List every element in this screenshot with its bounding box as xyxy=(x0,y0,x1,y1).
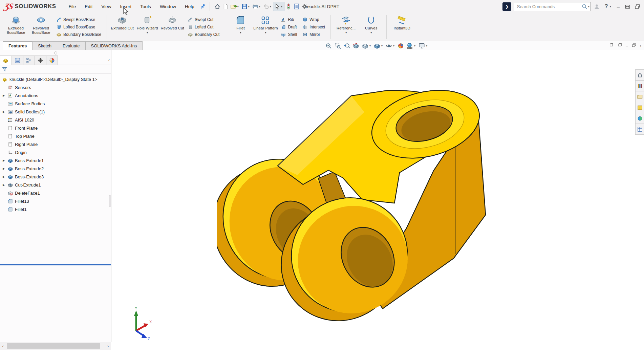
open-button[interactable]: ▾ xyxy=(230,2,240,11)
taskpane-sw-resources-button[interactable] xyxy=(635,69,644,81)
tab-features[interactable]: Features xyxy=(3,41,33,50)
doc-cascade-button[interactable] xyxy=(631,43,637,49)
open-dropdown-icon[interactable]: ▾ xyxy=(237,5,240,8)
panel-tab-configurationmanager[interactable] xyxy=(23,56,35,65)
tree-filter-bar[interactable] xyxy=(0,65,111,74)
wrap-button[interactable]: Wrap xyxy=(301,16,326,23)
tree-item-boss-extrude2[interactable]: ▶Boss-Extrude2 xyxy=(0,165,111,173)
expand-arrow-icon[interactable]: ▶ xyxy=(0,167,7,170)
view-orientation-button[interactable]: ▾ xyxy=(361,42,372,50)
tree-item-boss-extrude1[interactable]: ▶Boss-Extrude1 xyxy=(0,156,111,165)
search-commands-input[interactable] xyxy=(514,4,581,9)
intersect-button[interactable]: Intersect xyxy=(301,24,326,30)
reference-geometry-dropdown-icon[interactable]: ▾ xyxy=(345,31,347,34)
display-style-button[interactable]: ▾ xyxy=(373,42,384,50)
options-dropdown-icon[interactable]: ▾ xyxy=(308,5,311,8)
tree-item-knuckle[interactable]: knuckle (Default<<Default>_Display State… xyxy=(0,75,111,83)
taskpane-design-library-button[interactable] xyxy=(635,80,644,91)
print-button[interactable]: ▾ xyxy=(251,2,262,11)
zoom-to-fit-button[interactable] xyxy=(324,42,333,50)
taskpane-custom-properties-button[interactable] xyxy=(635,124,644,135)
taskpane-appearances-scenes-button[interactable] xyxy=(635,113,644,124)
taskpane-view-palette-button[interactable] xyxy=(635,102,644,113)
menu-window[interactable]: Window xyxy=(155,0,180,13)
hide-show-items-dropdown-icon[interactable]: ▾ xyxy=(392,44,395,47)
tree-item-origin[interactable]: Origin xyxy=(0,148,111,156)
tree-item-top[interactable]: Top Plane xyxy=(0,132,111,140)
panel-flyout-icon[interactable]: › xyxy=(108,57,110,62)
tree-item-fillet1[interactable]: Fillet1 xyxy=(0,205,111,213)
lofted-cut-button[interactable]: Lofted Cut xyxy=(186,24,221,30)
tree-item-front[interactable]: Front Plane xyxy=(0,124,111,132)
linear-pattern-dropdown-icon[interactable]: ▾ xyxy=(265,31,266,34)
expand-arrow-icon[interactable]: ▶ xyxy=(0,94,7,97)
apply-scene-button[interactable]: ▾ xyxy=(406,42,417,50)
panel-edge-handle[interactable] xyxy=(109,195,111,207)
zoom-to-area-button[interactable] xyxy=(334,42,342,50)
expand-arrow-icon[interactable]: ▶ xyxy=(0,175,7,178)
tree-item-solid[interactable]: ▶Solid Bodies(1) xyxy=(0,108,111,116)
tree-item-aisi[interactable]: AISI 1020 xyxy=(0,116,111,124)
menu-file[interactable]: File xyxy=(64,0,81,13)
fillet-dropdown-icon[interactable]: ▾ xyxy=(240,31,241,34)
select-button[interactable]: ▾ xyxy=(273,2,284,11)
tab-evaluate[interactable]: Evaluate xyxy=(57,41,86,50)
panel-tab-displaymanager[interactable] xyxy=(46,56,58,65)
resize-button[interactable] xyxy=(624,3,631,10)
expand-arrow-icon[interactable]: ▶ xyxy=(0,159,7,162)
search-icon[interactable] xyxy=(581,3,588,10)
search-dropdown-icon[interactable]: ▾ xyxy=(588,5,591,8)
undo-dropdown-icon[interactable]: ▾ xyxy=(270,5,272,8)
doc-more-button[interactable]: › xyxy=(640,43,641,49)
search-logo-icon[interactable]: ❯ xyxy=(502,2,511,11)
doc-restore-button[interactable] xyxy=(609,43,614,49)
select-dropdown-icon[interactable]: ▾ xyxy=(281,5,283,8)
revolved-cut-button[interactable]: Revolved Cut xyxy=(160,14,185,40)
shell-button[interactable]: Shell xyxy=(279,31,298,38)
rebuild-button[interactable] xyxy=(284,2,293,11)
swept-cut-button[interactable]: Swept Cut xyxy=(186,16,221,23)
tree-item-annotations[interactable]: ▶AAnnotations xyxy=(0,91,111,100)
draft-button[interactable]: Draft xyxy=(279,24,298,30)
panel-tab-propertymanager[interactable] xyxy=(12,56,23,65)
undo-button[interactable]: ▾ xyxy=(262,2,273,11)
lofted-boss-button[interactable]: Lofted Boss/Base xyxy=(55,24,103,30)
hole-wizard-button[interactable]: Hole Wizard▾ xyxy=(135,14,160,40)
section-view-button[interactable] xyxy=(352,42,360,50)
panel-tab-dimxpertmanager[interactable] xyxy=(35,56,46,65)
extruded-boss-button[interactable]: Extruded Boss/Base xyxy=(3,14,28,40)
tree-item-cut-extrude1[interactable]: ▶Cut-Extrude1 xyxy=(0,181,111,189)
panel-tab-featuremanager[interactable] xyxy=(0,56,12,65)
graphics-area[interactable]: Y X Z xyxy=(111,50,644,350)
new-document-button[interactable] xyxy=(221,2,230,11)
help-button[interactable]: ?▾ xyxy=(603,3,612,9)
display-style-dropdown-icon[interactable]: ▾ xyxy=(381,44,383,47)
hole-wizard-dropdown-icon[interactable]: ▾ xyxy=(147,31,148,34)
menu-help[interactable]: Help xyxy=(180,0,199,13)
scroll-left-icon[interactable]: ‹ xyxy=(0,344,6,349)
model-knuckle[interactable] xyxy=(217,86,488,323)
extruded-cut-button[interactable]: Extruded Cut xyxy=(110,14,135,40)
rib-button[interactable]: Rib xyxy=(279,16,298,23)
options-button[interactable]: ▾ xyxy=(301,2,312,11)
linear-pattern-button[interactable]: Linear Pattern▾ xyxy=(253,14,278,40)
panel-horizontal-scrollbar[interactable]: ‹ › xyxy=(0,342,111,350)
save-dropdown-icon[interactable]: ▾ xyxy=(248,5,251,8)
hide-show-items-button[interactable]: ▾ xyxy=(385,42,396,50)
scrollbar-thumb[interactable] xyxy=(7,343,100,349)
boundary-boss-button[interactable]: Boundary Boss/Base xyxy=(55,31,103,38)
file-properties-button[interactable] xyxy=(293,2,301,11)
minimize-button[interactable]: – xyxy=(616,4,621,9)
menu-view[interactable]: View xyxy=(97,0,116,13)
panel-splitter-handle[interactable] xyxy=(54,51,57,54)
edit-appearance-button[interactable] xyxy=(396,42,405,50)
rollback-bar[interactable] xyxy=(0,264,111,265)
pin-icon[interactable] xyxy=(199,3,206,10)
scroll-right-icon[interactable]: › xyxy=(105,344,111,349)
tree-item-deleteface1[interactable]: DeleteFace1 xyxy=(0,189,111,197)
save-button[interactable]: ▾ xyxy=(240,2,251,11)
view-settings-button[interactable]: ▾ xyxy=(417,42,429,50)
tree-item-sensors[interactable]: Sensors xyxy=(0,83,111,91)
login-button[interactable] xyxy=(594,3,600,10)
tree-item-right[interactable]: Right Plane xyxy=(0,140,111,148)
